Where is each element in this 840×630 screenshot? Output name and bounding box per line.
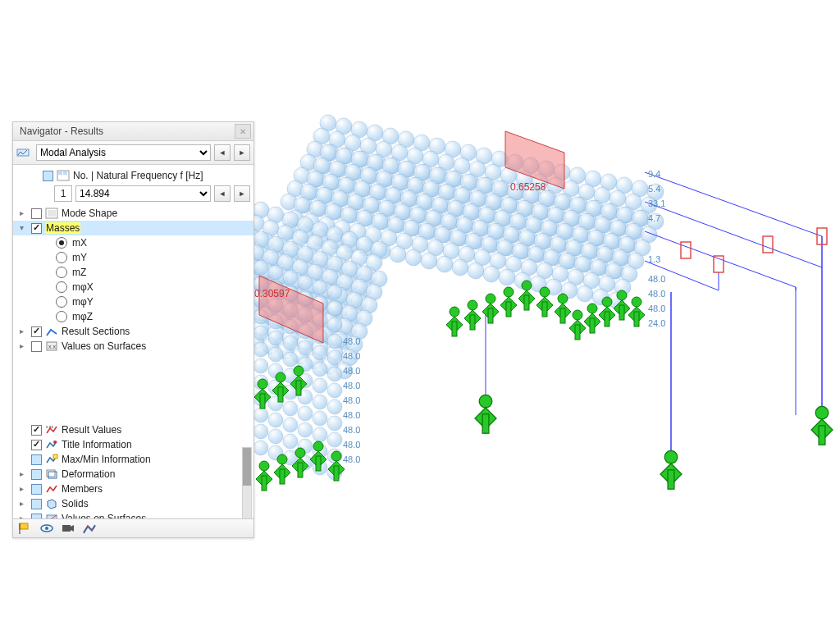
frequency-header-row: No. | Natural Frequency f [Hz]: [13, 168, 253, 183]
display-option-checkbox[interactable]: [31, 425, 42, 436]
mass-radio[interactable]: [56, 281, 67, 293]
toolbar-graph-button[interactable]: [80, 521, 98, 536]
svg-text:48.0: 48.0: [343, 381, 360, 390]
svg-point-526: [313, 395, 327, 409]
masses-checkbox[interactable]: [31, 223, 42, 234]
display-option-checkbox[interactable]: [31, 469, 42, 480]
svg-point-519: [313, 378, 327, 393]
def-icon: [45, 468, 58, 480]
display-option-result-values[interactable]: x.xxResult Values: [13, 422, 253, 437]
svg-point-501: [253, 326, 268, 340]
result-sections-checkbox[interactable]: [31, 326, 42, 337]
svg-point-304: [499, 269, 515, 285]
svg-text:48.0: 48.0: [343, 410, 360, 420]
svg-point-298: [405, 249, 422, 266]
expander-icon[interactable]: ▸: [16, 324, 26, 339]
svg-point-512: [313, 362, 327, 377]
tree-result-sections[interactable]: ▸ Result Sections: [13, 324, 253, 339]
toolbar-eye-button[interactable]: [38, 521, 56, 536]
panel-close-button[interactable]: [235, 124, 251, 139]
mass-radio[interactable]: [56, 267, 67, 278]
svg-rect-586: [53, 454, 57, 459]
svg-text:48.0: 48.0: [648, 304, 665, 313]
expander-icon[interactable]: ▸: [16, 482, 26, 496]
svg-rect-581: [48, 210, 56, 217]
display-option-solids[interactable]: ▸Solids: [13, 496, 253, 511]
frequency-select[interactable]: 14.894: [75, 185, 211, 202]
mass-option-mφy[interactable]: mφY: [13, 294, 253, 309]
svg-point-478: [327, 285, 342, 299]
svg-point-544: [268, 429, 283, 444]
svg-point-505: [313, 345, 327, 360]
display-option-max-min-information[interactable]: Max/Min Information: [13, 452, 253, 467]
toolbar-flag-button[interactable]: [16, 521, 34, 536]
svg-point-475: [283, 270, 298, 285]
svg-text:9.4: 9.4: [648, 169, 660, 179]
frequency-toggle[interactable]: [43, 171, 53, 181]
mass-option-my[interactable]: mY: [13, 250, 253, 265]
svg-rect-579: [63, 171, 67, 175]
tree-values-on-surfaces-top[interactable]: ▸ x.x Values on Surfaces: [13, 339, 253, 354]
mass-radio[interactable]: [56, 296, 67, 308]
expander-icon[interactable]: ▸: [16, 467, 26, 482]
mass-radio[interactable]: [56, 311, 67, 322]
display-option-checkbox[interactable]: [31, 499, 42, 509]
display-option-checkbox[interactable]: [31, 440, 42, 450]
svg-point-539: [298, 422, 313, 437]
scrollbar-thumb[interactable]: [243, 448, 251, 486]
expander-icon[interactable]: ▸: [16, 511, 26, 518]
expander-icon[interactable]: ▸: [16, 496, 26, 511]
frequency-icon: [57, 170, 70, 181]
display-option-title-information[interactable]: Title Information: [13, 437, 253, 452]
toolbar-camera-button[interactable]: [59, 521, 77, 536]
frequency-number: 1: [54, 185, 72, 202]
result-sections-icon: [45, 326, 58, 337]
display-option-checkbox[interactable]: [31, 514, 42, 519]
expander-icon[interactable]: ▸: [16, 339, 26, 354]
display-option-checkbox[interactable]: [31, 454, 42, 465]
mass-option-mφx[interactable]: mφX: [13, 280, 253, 294]
svg-point-299: [421, 253, 437, 269]
tree-scrollbar[interactable]: [242, 447, 252, 518]
analysis-select[interactable]: Modal Analysis: [36, 144, 211, 161]
display-option-checkbox[interactable]: [31, 484, 42, 495]
svg-point-531: [283, 401, 298, 416]
mass-option-mz[interactable]: mZ: [13, 265, 253, 280]
svg-point-543: [253, 424, 268, 439]
svg-text:48.0: 48.0: [648, 274, 665, 284]
analysis-selector-row: Modal Analysis ◄ ►: [13, 141, 253, 165]
svg-point-534: [327, 416, 342, 431]
mode-shape-checkbox[interactable]: [31, 208, 42, 219]
frequency-next-button[interactable]: ►: [234, 185, 250, 202]
mode-shape-icon: [45, 208, 58, 219]
tree-mode-shape[interactable]: ▸ Mode Shape: [13, 206, 253, 221]
values-on-surfaces-checkbox[interactable]: [31, 341, 42, 352]
analysis-prev-button[interactable]: ◄: [214, 144, 231, 161]
expander-icon[interactable]: ▸: [16, 206, 26, 221]
mass-option-mφz[interactable]: mφZ: [13, 309, 253, 324]
beam-values: 48.0 48.0 48.0 48.0 48.0 48.0 48.0 48.0 …: [343, 336, 360, 464]
svg-point-550: [253, 441, 268, 455]
svg-point-297: [390, 246, 406, 262]
mass-option-mx[interactable]: mX: [13, 235, 253, 250]
expander-icon[interactable]: ▾: [16, 221, 26, 235]
svg-point-594: [45, 527, 48, 530]
svg-text:48.0: 48.0: [343, 440, 360, 450]
mass-radio[interactable]: [56, 237, 67, 249]
svg-point-527: [327, 399, 342, 414]
analysis-next-button[interactable]: ►: [234, 144, 250, 161]
mass-radio[interactable]: [56, 252, 67, 263]
values-on-surfaces-icon: x.x: [45, 340, 58, 352]
svg-point-485: [327, 301, 342, 316]
display-option-values-on-surfaces[interactable]: ▸Values on Surfaces: [13, 511, 253, 518]
tree-masses[interactable]: ▾ Masses: [13, 221, 253, 235]
display-option-deformation[interactable]: ▸Deformation: [13, 467, 253, 482]
svg-point-301: [452, 259, 468, 276]
frequency-prev-button[interactable]: ◄: [214, 185, 231, 202]
tree-area: No. | Natural Frequency f [Hz] 1 14.894 …: [13, 165, 253, 518]
svg-text:33.1: 33.1: [648, 199, 665, 208]
svg-point-541: [327, 432, 342, 447]
svg-text:x.xx: x.xx: [46, 424, 53, 429]
svg-point-499: [327, 334, 342, 349]
display-option-members[interactable]: ▸Members: [13, 482, 253, 496]
